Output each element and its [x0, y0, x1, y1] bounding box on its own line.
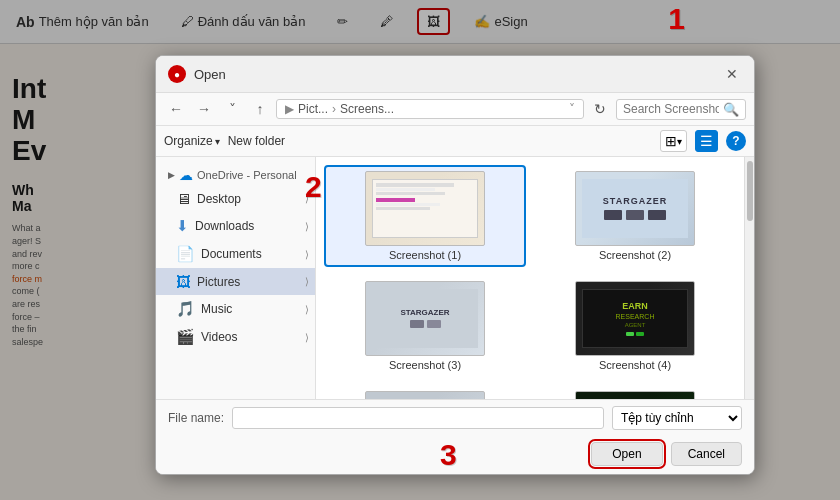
- open-button[interactable]: Open: [591, 442, 662, 466]
- files-scrollbar[interactable]: [744, 157, 754, 399]
- dialog-navigation-bar: ← → ˅ ↑ ▶ Pict... › Screens... ˅ ↻ 🔍: [156, 93, 754, 126]
- nav-up-button[interactable]: ↑: [248, 97, 272, 121]
- breadcrumb-pict: Pict...: [298, 102, 328, 116]
- onedrive-section[interactable]: ▶ ☁ OneDrive - Personal: [156, 161, 315, 185]
- breadcrumb-bar[interactable]: ▶ Pict... › Screens... ˅: [276, 99, 584, 119]
- nav-back-button[interactable]: ←: [164, 97, 188, 121]
- search-icon: 🔍: [723, 102, 739, 117]
- music-label: Music: [201, 302, 232, 316]
- file-item-screenshot6[interactable]: EARN ★ AGENT ★ RESEARCH Screenshot (6): [534, 385, 736, 399]
- file-item-screenshot2[interactable]: STARGAZER Screenshot (2): [534, 165, 736, 267]
- sidebar-item-downloads[interactable]: ⬇ Downloads ⟩: [156, 212, 315, 240]
- file-item-screenshot4[interactable]: EARN RESEARCH AGENT Screenshot (4): [534, 275, 736, 377]
- sidebar-arrow-music: ⟩: [305, 304, 309, 315]
- view-details-icon: ☰: [700, 133, 713, 149]
- sidebar-arrow-downloads: ⟩: [305, 221, 309, 232]
- file-item-screenshot3[interactable]: STARGAZER Screenshot (3): [324, 275, 526, 377]
- organize-button[interactable]: Organize ▾: [164, 134, 220, 148]
- dialog-app-icon: ●: [168, 65, 186, 83]
- file-item-screenshot1[interactable]: Screenshot (1): [324, 165, 526, 267]
- videos-icon: 🎬: [176, 328, 195, 346]
- open-dialog: ● Open ✕ ← → ˅ ↑ ▶ Pict... › Screens... …: [155, 55, 755, 475]
- onedrive-label: OneDrive - Personal: [197, 169, 297, 181]
- sidebar-arrow-desktop: ⟩: [305, 193, 309, 204]
- file-name-label: File name:: [168, 411, 224, 425]
- help-button[interactable]: ?: [726, 131, 746, 151]
- breadcrumb-expand-icon: ˅: [569, 102, 575, 116]
- videos-label: Videos: [201, 330, 237, 344]
- new-folder-button[interactable]: New folder: [228, 134, 285, 148]
- sidebar-arrow-videos: ⟩: [305, 332, 309, 343]
- desktop-icon: 🖥: [176, 190, 191, 207]
- sidebar-item-documents[interactable]: 📄 Documents ⟩: [156, 240, 315, 268]
- cancel-button[interactable]: Cancel: [671, 442, 742, 466]
- files-grid: Screenshot (1) STARGAZER Screenshot (2): [316, 157, 744, 399]
- file-thumbnail-3: STARGAZER: [365, 281, 485, 356]
- downloads-label: Downloads: [195, 219, 254, 233]
- dialog-body: ▶ ☁ OneDrive - Personal 🖥 Desktop ⟩ ⬇ Do…: [156, 157, 754, 399]
- help-icon: ?: [732, 134, 739, 148]
- file-label-4: Screenshot (4): [599, 359, 671, 371]
- dialog-action-toolbar: Organize ▾ New folder ⊞ ▾ ☰ ?: [156, 126, 754, 157]
- file-name-input[interactable]: [232, 407, 604, 429]
- sidebar-arrow-documents: ⟩: [305, 249, 309, 260]
- file-thumbnail-4: EARN RESEARCH AGENT: [575, 281, 695, 356]
- sidebar-item-desktop[interactable]: 🖥 Desktop ⟩: [156, 185, 315, 212]
- view-grid-icon: ⊞: [665, 133, 677, 149]
- nav-dropdown-button[interactable]: ˅: [220, 97, 244, 121]
- sidebar-item-pictures[interactable]: 🖼 Pictures ⟩: [156, 268, 315, 295]
- footer-buttons: Open Cancel: [168, 442, 742, 466]
- breadcrumb-sep1: ›: [332, 102, 336, 116]
- downloads-icon: ⬇: [176, 217, 189, 235]
- file-thumbnail-2: STARGAZER: [575, 171, 695, 246]
- organize-dropdown-icon: ▾: [215, 136, 220, 147]
- pictures-label: Pictures: [197, 275, 240, 289]
- chevron-right-icon: ▶: [168, 170, 175, 180]
- search-input[interactable]: [623, 102, 719, 116]
- sidebar-item-music[interactable]: 🎵 Music ⟩: [156, 295, 315, 323]
- view-dropdown-icon: ▾: [677, 136, 682, 147]
- file-thumbnail-5: STARGAZER 🚗: [365, 391, 485, 399]
- view-details-button[interactable]: ☰: [695, 130, 718, 152]
- file-label-1: Screenshot (1): [389, 249, 461, 261]
- search-box: 🔍: [616, 99, 746, 120]
- music-icon: 🎵: [176, 300, 195, 318]
- file-label-2: Screenshot (2): [599, 249, 671, 261]
- dialog-footer: File name: Tệp tùy chỉnh Open Cancel: [156, 399, 754, 474]
- onedrive-icon: ☁: [179, 167, 193, 183]
- nav-forward-button[interactable]: →: [192, 97, 216, 121]
- scrollbar-thumb: [747, 161, 753, 221]
- documents-icon: 📄: [176, 245, 195, 263]
- dialog-titlebar: ● Open ✕: [156, 56, 754, 93]
- breadcrumb-separator: ▶: [285, 102, 294, 116]
- dialog-title: Open: [194, 67, 714, 82]
- desktop-label: Desktop: [197, 192, 241, 206]
- dialog-close-button[interactable]: ✕: [722, 64, 742, 84]
- pictures-icon: 🖼: [176, 273, 191, 290]
- sidebar-item-videos[interactable]: 🎬 Videos ⟩: [156, 323, 315, 351]
- dialog-sidebar: ▶ ☁ OneDrive - Personal 🖥 Desktop ⟩ ⬇ Do…: [156, 157, 316, 399]
- breadcrumb-screens: Screens...: [340, 102, 394, 116]
- documents-label: Documents: [201, 247, 262, 261]
- file-item-screenshot5[interactable]: STARGAZER 🚗 Screenshot (5): [324, 385, 526, 399]
- file-type-select[interactable]: Tệp tùy chỉnh: [612, 406, 742, 430]
- file-thumbnail-1: [365, 171, 485, 246]
- file-label-3: Screenshot (3): [389, 359, 461, 371]
- sidebar-arrow-pictures: ⟩: [305, 276, 309, 287]
- view-toggle-button[interactable]: ⊞ ▾: [660, 130, 687, 152]
- file-thumbnail-6: EARN ★ AGENT ★ RESEARCH: [575, 391, 695, 399]
- nav-refresh-button[interactable]: ↻: [588, 97, 612, 121]
